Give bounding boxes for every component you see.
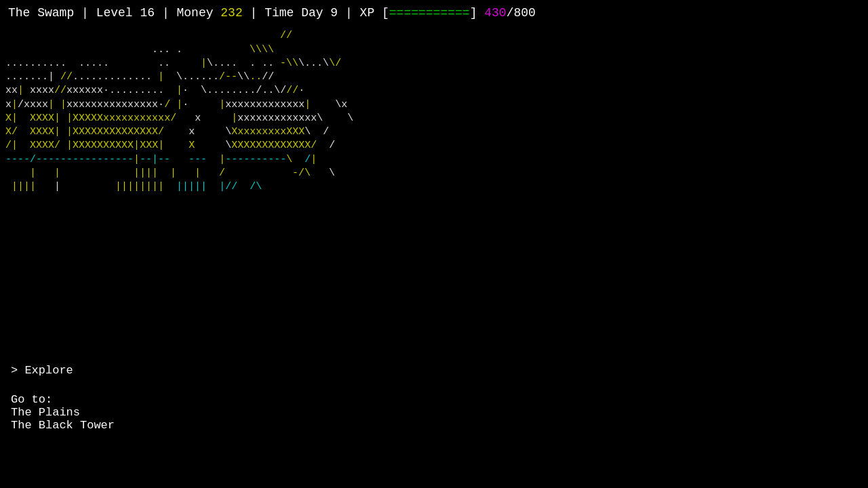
map-line: x|/xxxx| |xxxxxxxxxxxxxxx·/ |· |xxxxxxxx…: [5, 98, 863, 112]
status-bar: The Swamp | Level 16 | Money 232 | Time …: [0, 0, 868, 26]
money-value: 232: [220, 6, 242, 20]
map-line: X/ XXXX| |XXXXXXXXXXXXXX/ x \XxxxxxxxxXX…: [5, 125, 863, 139]
map-line: X| XXXX| |XXXXXxxxxxxxxxxx/ x |xxxxxxxxx…: [5, 112, 863, 125]
map-line: //: [5, 29, 863, 43]
game-map: // ... . \\\\ .......... ..... .. |\....…: [0, 26, 868, 359]
goto-label: Go to:: [11, 393, 857, 406]
ui-area: > Explore Go to: The Plains The Black To…: [0, 359, 868, 437]
xp-bar: ===========: [389, 6, 470, 20]
map-line: xx| xxxx//xxxxxx·......... |· \......../…: [5, 84, 863, 98]
time-value: 9: [330, 6, 338, 20]
location-label: The Swamp: [8, 6, 74, 20]
map-line: .......| //............. | \....../--\\.…: [5, 70, 863, 84]
map-line: .......... ..... .. |\.... . .. -\\\...\…: [5, 57, 863, 70]
map-line: |||| | |||||||| ||||| |// /\: [5, 180, 863, 194]
goto-plains[interactable]: The Plains: [11, 406, 857, 419]
map-line: ----/----------------|--|-- --- |-------…: [5, 153, 863, 167]
goto-black-tower[interactable]: The Black Tower: [11, 419, 857, 432]
map-line: /| XXXX/ |XXXXXXXXXX|XXX| X \XXXXXXXXXXX…: [5, 139, 863, 152]
map-line: ... . \\\\: [5, 43, 863, 57]
explore-prompt[interactable]: > Explore: [11, 364, 73, 377]
xp-current: 430: [484, 6, 506, 20]
goto-section: Go to: The Plains The Black Tower: [11, 393, 857, 432]
explore-option[interactable]: > Explore: [11, 364, 857, 377]
map-line: | | |||| | | / -/\ \: [5, 167, 863, 180]
xp-max: 800: [513, 6, 535, 20]
